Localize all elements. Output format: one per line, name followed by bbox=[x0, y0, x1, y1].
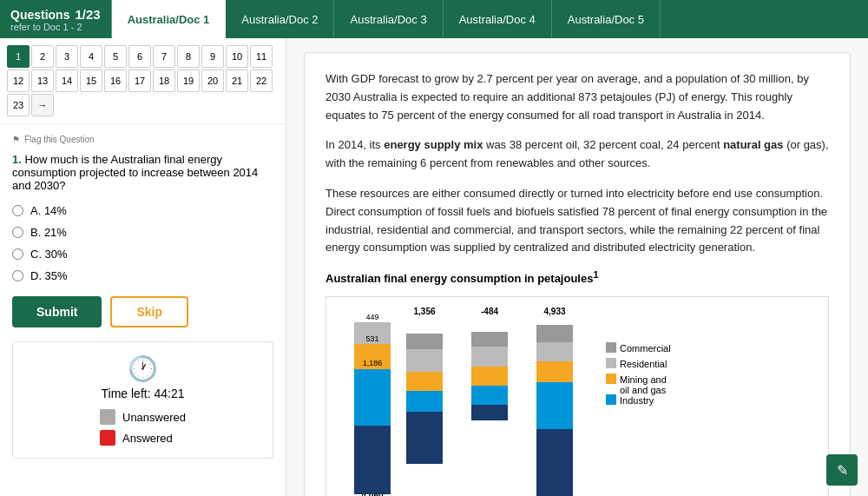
option-a-label: A. 14% bbox=[30, 204, 67, 217]
svg-text:Mining and: Mining and bbox=[620, 374, 667, 385]
q-btn-5[interactable]: 5 bbox=[104, 45, 127, 68]
q-btn-15[interactable]: 15 bbox=[80, 69, 102, 92]
radio-b[interactable] bbox=[12, 227, 23, 238]
time-left-display: Time left: 44:21 bbox=[25, 387, 260, 400]
svg-text:4,933: 4,933 bbox=[543, 308, 565, 316]
radio-d[interactable] bbox=[12, 270, 23, 281]
questions-progress: 1/23 bbox=[75, 7, 100, 22]
doc-tabs: Australia/Doc 1 Australia/Doc 2 Australi… bbox=[112, 0, 868, 38]
q-btn-14[interactable]: 14 bbox=[56, 69, 78, 92]
q-btn-2[interactable]: 2 bbox=[31, 45, 54, 68]
tab-doc3[interactable]: Australia/Doc 3 bbox=[334, 0, 443, 38]
document-content: With GDP forecast to grow by 2.7 percent… bbox=[304, 52, 851, 496]
q-btn-22[interactable]: 22 bbox=[250, 69, 273, 92]
svg-text:449: 449 bbox=[365, 313, 378, 321]
questions-label: Questions bbox=[10, 8, 69, 22]
q-btn-17[interactable]: 17 bbox=[128, 69, 151, 92]
radio-c[interactable] bbox=[12, 248, 23, 260]
svg-text:Commercial: Commercial bbox=[620, 343, 671, 354]
options-list: A. 14% B. 21% C. 30% D. 35% bbox=[12, 204, 273, 282]
q-btn-18[interactable]: 18 bbox=[153, 69, 175, 92]
svg-text:531: 531 bbox=[365, 334, 378, 343]
q-btn-10[interactable]: 10 bbox=[226, 45, 248, 68]
para2-mid: was 38 percent oil, 32 percent coal, 24 … bbox=[483, 138, 723, 151]
svg-rect-35 bbox=[471, 405, 508, 420]
q-btn-8[interactable]: 8 bbox=[177, 45, 200, 68]
q-btn-11[interactable]: 11 bbox=[250, 45, 273, 68]
radio-a[interactable] bbox=[12, 205, 23, 216]
chart-title: Australian final energy consumption in p… bbox=[326, 269, 829, 285]
legend-answered: Answered bbox=[100, 430, 173, 446]
option-b-label: B. 21% bbox=[30, 226, 67, 239]
submit-button[interactable]: Submit bbox=[12, 296, 102, 327]
svg-rect-47 bbox=[536, 361, 573, 382]
q-btn-7[interactable]: 7 bbox=[153, 45, 175, 68]
q-btn-1[interactable]: 1 bbox=[7, 45, 30, 68]
option-b[interactable]: B. 21% bbox=[12, 226, 273, 239]
svg-rect-24 bbox=[406, 412, 443, 464]
svg-text:1,186: 1,186 bbox=[363, 359, 383, 367]
q-btn-23[interactable]: 23 bbox=[7, 94, 30, 116]
q-btn-16[interactable]: 16 bbox=[104, 69, 127, 92]
question-body: ⚑ Flag this Question 1. How much is the … bbox=[0, 124, 286, 496]
svg-rect-11 bbox=[354, 426, 391, 494]
svg-text:Residential: Residential bbox=[620, 359, 667, 369]
q-btn-12[interactable]: 12 bbox=[7, 69, 30, 92]
tab-doc1[interactable]: Australia/Doc 1 bbox=[112, 0, 227, 38]
question-nav: 1 2 3 4 5 6 7 8 9 10 11 12 13 14 15 16 1… bbox=[0, 38, 286, 124]
q-btn-4[interactable]: 4 bbox=[80, 45, 102, 68]
flag-icon: ⚑ bbox=[12, 135, 20, 144]
q-btn-19[interactable]: 19 bbox=[177, 69, 200, 92]
q-btn-13[interactable]: 13 bbox=[31, 69, 54, 92]
svg-text:oil and gas: oil and gas bbox=[620, 385, 667, 395]
q-btn-20[interactable]: 20 bbox=[201, 69, 224, 92]
nav-next-button[interactable]: → bbox=[31, 94, 54, 116]
tab-doc4[interactable]: Australia/Doc 4 bbox=[444, 0, 552, 38]
refer-label: refer to Doc 1 - 2 bbox=[10, 22, 101, 32]
para2-bold1: energy supply mix bbox=[384, 138, 483, 151]
svg-rect-7 bbox=[606, 394, 616, 405]
svg-rect-49 bbox=[536, 325, 573, 342]
answered-label: Answered bbox=[122, 432, 173, 445]
svg-rect-0 bbox=[606, 342, 616, 353]
q-btn-3[interactable]: 3 bbox=[56, 45, 78, 68]
q-btn-9[interactable]: 9 bbox=[201, 45, 224, 68]
para2-bold2: natural gas bbox=[723, 138, 783, 151]
unanswered-color-swatch bbox=[100, 409, 115, 425]
app-header: Questions 1/23 refer to Doc 1 - 2 Austra… bbox=[0, 0, 868, 38]
tab-doc5[interactable]: Australia/Doc 5 bbox=[552, 0, 661, 38]
svg-rect-4 bbox=[606, 374, 616, 384]
para2-before: In 2014, its bbox=[326, 138, 384, 151]
option-c[interactable]: C. 30% bbox=[12, 248, 273, 261]
question-text: 1. How much is the Australian final ener… bbox=[12, 153, 273, 192]
svg-text:-484: -484 bbox=[481, 308, 498, 316]
legend: Unanswered Answered bbox=[100, 409, 186, 446]
edit-fab-button[interactable]: ✎ bbox=[826, 454, 858, 486]
clock-icon: 🕐 bbox=[25, 354, 260, 383]
option-d-label: D. 35% bbox=[30, 269, 68, 282]
svg-rect-12 bbox=[354, 369, 391, 426]
svg-rect-38 bbox=[471, 347, 508, 367]
option-d[interactable]: D. 35% bbox=[12, 269, 273, 282]
svg-text:1,356: 1,356 bbox=[413, 308, 435, 316]
unanswered-label: Unanswered bbox=[122, 411, 186, 424]
q-btn-6[interactable]: 6 bbox=[128, 45, 151, 68]
flag-label: Flag this Question bbox=[24, 135, 95, 144]
skip-button[interactable]: Skip bbox=[110, 296, 188, 327]
tab-doc2[interactable]: Australia/Doc 2 bbox=[226, 0, 334, 38]
option-a[interactable]: A. 14% bbox=[12, 204, 273, 217]
question-number: 1. bbox=[12, 153, 22, 166]
flag-question-button[interactable]: ⚑ Flag this Question bbox=[12, 135, 273, 144]
svg-text:Industry: Industry bbox=[620, 395, 654, 406]
legend-unanswered: Unanswered bbox=[100, 409, 186, 425]
svg-rect-26 bbox=[406, 372, 443, 391]
right-panel: With GDP forecast to grow by 2.7 percent… bbox=[286, 38, 868, 496]
svg-rect-46 bbox=[536, 382, 573, 429]
svg-rect-28 bbox=[406, 334, 443, 349]
svg-rect-37 bbox=[471, 367, 508, 386]
paragraph-3: These resources are either consumed dire… bbox=[326, 185, 829, 257]
svg-rect-36 bbox=[471, 386, 508, 405]
action-buttons: Submit Skip bbox=[12, 296, 273, 327]
q-btn-21[interactable]: 21 bbox=[226, 69, 248, 92]
time-value: 44:21 bbox=[154, 387, 184, 400]
